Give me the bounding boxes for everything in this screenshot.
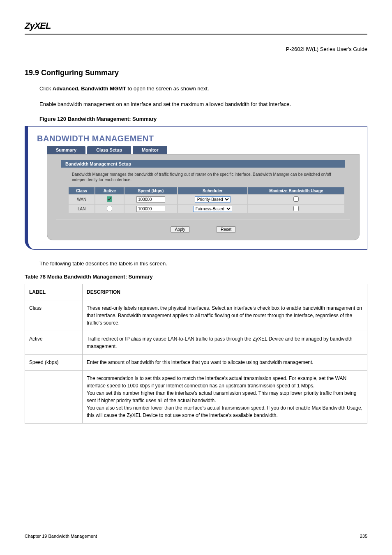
- screenshot-panel: BANDWIDTH MANAGEMENT Summary Class Setup…: [25, 126, 367, 250]
- p1-pre: Click: [39, 85, 53, 92]
- scheduler-select-wan[interactable]: Priority-Based: [195, 196, 231, 203]
- p1-mid: to open the screen as shown next.: [126, 85, 209, 92]
- paragraph-2: Enable bandwidth management on an interf…: [39, 100, 367, 108]
- figure-caption-text: Bandwidth Management: Summary: [68, 116, 157, 122]
- paragraph-1: Click Advanced, Bandwidth MGMT to open t…: [39, 85, 367, 93]
- col-scheduler: Scheduler: [178, 187, 247, 194]
- col-speed: Speed (kbps): [125, 187, 177, 194]
- tab-class-setup[interactable]: Class Setup: [87, 146, 131, 154]
- table-row: LAN Fairness-Based: [69, 205, 344, 213]
- cell-class: WAN: [69, 195, 95, 204]
- tab-summary[interactable]: Summary: [47, 146, 85, 154]
- desc-label: [25, 371, 83, 424]
- table-caption-num: Table 78: [25, 274, 47, 280]
- max-checkbox-wan[interactable]: [293, 196, 299, 202]
- desc-head-desc: DESCRIPTION: [83, 284, 367, 300]
- table-intro: The following table describes the labels…: [39, 260, 367, 268]
- desc-text: These read-only labels represent the phy…: [83, 300, 367, 331]
- desc-text: Traffic redirect or IP alias may cause L…: [83, 331, 367, 355]
- desc-head-label: LABEL: [25, 284, 83, 300]
- apply-button[interactable]: Apply: [171, 226, 190, 233]
- col-class: Class: [69, 187, 95, 194]
- speed-input-wan[interactable]: [136, 196, 165, 203]
- footer-page-number: 235: [360, 534, 367, 539]
- col-active: Active: [95, 187, 124, 194]
- panel-description: Bandwidth Manager manages the bandwidth …: [72, 172, 345, 182]
- scheduler-select-lan[interactable]: Fairness-Based: [193, 206, 232, 212]
- doc-title: P-2602HW(L) Series User's Guide: [25, 46, 367, 52]
- p1-bold: Advanced, Bandwidth MGMT: [53, 85, 126, 92]
- desc-text: Enter the amount of bandwidth for this i…: [83, 355, 367, 371]
- desc-label: Class: [25, 300, 83, 331]
- description-table: LABEL DESCRIPTION Class These read-only …: [25, 284, 367, 424]
- active-checkbox-wan[interactable]: [107, 196, 112, 202]
- speed-input-lan[interactable]: [136, 206, 165, 212]
- col-max: Maximize Bandwidth Usage: [248, 187, 344, 194]
- panel-header: Bandwidth Management Setup: [61, 160, 345, 168]
- reset-button[interactable]: Reset: [216, 226, 236, 233]
- brand-logo: ZyXEL: [25, 21, 51, 31]
- desc-label: Active: [25, 331, 83, 355]
- desc-label: Speed (kbps): [25, 355, 83, 371]
- footer-chapter: Chapter 19 Bandwidth Management: [25, 534, 97, 539]
- table-caption-text: Media Bandwidth Management: Summary: [47, 274, 153, 280]
- section-heading: 19.9 Configuring Summary: [25, 69, 367, 77]
- max-checkbox-lan[interactable]: [293, 206, 299, 211]
- bwm-table: Class Active Speed (kbps) Scheduler Maxi…: [68, 187, 345, 214]
- tab-monitor[interactable]: Monitor: [133, 146, 167, 154]
- active-checkbox-lan[interactable]: [107, 206, 112, 211]
- table-row: WAN Priority-Based: [69, 195, 344, 204]
- desc-text: The recommendation is to set this speed …: [83, 371, 367, 424]
- page-footer: Chapter 19 Bandwidth Management 235: [25, 531, 367, 539]
- cell-class: LAN: [69, 205, 95, 213]
- page-title: BANDWIDTH MANAGEMENT: [37, 134, 360, 143]
- figure-caption-num: Figure 120: [39, 116, 68, 122]
